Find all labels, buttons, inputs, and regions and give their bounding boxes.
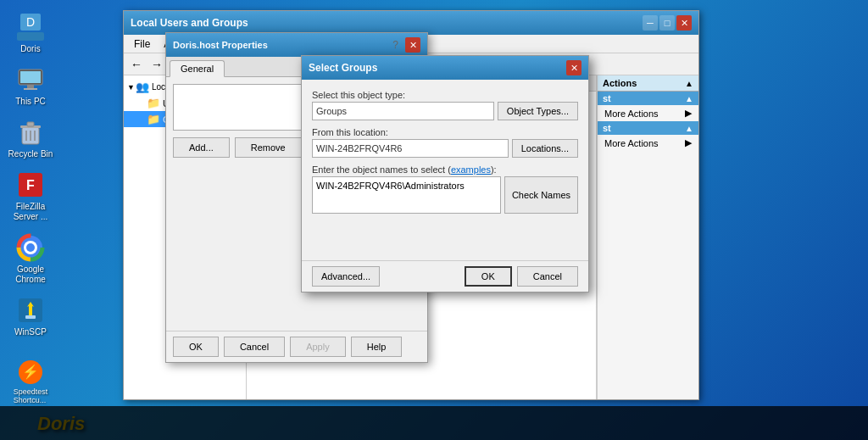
speedtest-icon: ⚡	[15, 357, 46, 387]
props-help-btn[interactable]: Help	[351, 337, 403, 357]
actions-section-2: st ▲	[598, 121, 698, 135]
this-pc-icon-label: This PC	[15, 97, 46, 107]
toolbar-forward-btn[interactable]: →	[147, 56, 166, 73]
select-location-input[interactable]	[312, 139, 509, 158]
actions-section-1-arrow[interactable]: ▲	[685, 94, 693, 103]
doris-icon: D	[15, 12, 46, 42]
select-location-input-row: Locations...	[312, 139, 578, 158]
select-ok-btn[interactable]: OK	[465, 266, 512, 287]
select-object-type-label: Select this object type:	[312, 90, 578, 100]
select-object-type-input-row: Object Types...	[312, 102, 578, 120]
select-dialog-footer: Advanced... OK Cancel	[302, 260, 588, 292]
actions-section-2-label: st	[603, 123, 611, 133]
recycle-bin-icon-label: Recycle Bin	[8, 149, 53, 159]
select-locations-btn[interactable]: Locations...	[512, 139, 578, 158]
props-titlebar: Doris.host Properties ? ✕	[166, 33, 427, 57]
desktop-icon-filezilla[interactable]: F FileZilla Server ...	[3, 166, 58, 226]
actions-header-label: Actions	[603, 78, 637, 88]
menu-file[interactable]: File	[127, 36, 157, 52]
action-more-2[interactable]: More Actions ▶	[598, 135, 698, 151]
actions-pane: Actions ▲ st ▲ More Actions ▶ st ▲ More …	[597, 75, 698, 399]
tree-expand-root[interactable]: ▼	[127, 83, 135, 92]
svg-rect-6	[24, 88, 37, 90]
chrome-icon-label: Google Chrome	[7, 265, 54, 285]
desktop-icons-container: D Doris This PC	[0, 0, 61, 349]
actions-section-1: st ▲	[598, 92, 698, 105]
select-names-examples-link[interactable]: examples	[451, 164, 491, 175]
select-footer-ok-cancel: OK Cancel	[465, 266, 578, 287]
filezilla-icon-label: FileZilla Server ...	[7, 202, 54, 222]
select-location-label: From this location:	[312, 127, 578, 137]
taskbar	[0, 406, 868, 440]
mmc-window-controls: ─ □ ✕	[643, 15, 692, 31]
select-location-row: From this location: Locations...	[312, 127, 578, 158]
svg-rect-23	[25, 315, 36, 319]
actions-section-2-arrow[interactable]: ▲	[685, 124, 693, 133]
desktop-icon-recycle-bin[interactable]: Recycle Bin	[3, 114, 58, 163]
svg-text:F: F	[26, 178, 35, 192]
props-tab-general[interactable]: General	[170, 60, 225, 77]
mmc-maximize-btn[interactable]: □	[659, 15, 675, 31]
svg-rect-9	[27, 122, 34, 126]
select-names-textarea[interactable]: WIN-24B2FRQV4R6\Administrators	[312, 176, 501, 214]
svg-rect-22	[29, 305, 32, 315]
desktop-icon-this-pc[interactable]: This PC	[3, 61, 58, 110]
select-cancel-btn[interactable]: Cancel	[517, 266, 578, 287]
select-object-type-input[interactable]	[312, 102, 494, 120]
actions-header: Actions ▲	[598, 75, 698, 92]
tree-expand-groups	[137, 115, 146, 124]
select-check-names-btn[interactable]: Check Names	[504, 176, 578, 214]
winscp-icon-label: WinSCP	[14, 327, 47, 337]
props-ok-btn[interactable]: OK	[173, 337, 219, 357]
svg-text:D: D	[26, 15, 35, 29]
props-cancel-btn[interactable]: Cancel	[224, 337, 285, 357]
select-dialog-close-btn[interactable]: ✕	[566, 60, 581, 75]
this-pc-icon	[15, 64, 46, 95]
recycle-bin-icon	[15, 117, 46, 148]
svg-rect-5	[27, 85, 34, 88]
desktop-icon-doris[interactable]: D Doris	[3, 8, 58, 58]
svg-rect-4	[20, 71, 41, 83]
props-footer-btns: OK Cancel Apply Help	[173, 337, 402, 357]
action-more-1[interactable]: More Actions ▶	[598, 105, 698, 121]
select-dialog-title: Select Groups	[309, 62, 377, 74]
actions-collapse-icon[interactable]: ▲	[685, 79, 693, 88]
mmc-minimize-btn[interactable]: ─	[643, 15, 658, 31]
select-dialog-body: Select this object type: Object Types...…	[302, 80, 588, 260]
select-names-label-end: ):	[491, 164, 497, 175]
desktop-icon-winscp[interactable]: WinSCP	[3, 292, 58, 341]
actions-section-1-label: st	[603, 93, 611, 103]
props-help-icon[interactable]: ?	[392, 39, 398, 51]
chrome-icon	[15, 232, 46, 263]
select-dialog-titlebar: Select Groups ✕	[302, 56, 588, 80]
mmc-titlebar: Local Users and Groups ─ □ ✕	[124, 11, 698, 35]
select-names-label-row: Enter the object names to select (exampl…	[312, 164, 578, 175]
winscp-icon	[15, 295, 46, 326]
tree-expand-users	[137, 99, 146, 108]
speedtest-icon-label: SpeedtestShortcu...	[14, 387, 48, 404]
props-remove-btn[interactable]: Remove	[235, 137, 302, 158]
props-apply-btn[interactable]: Apply	[290, 337, 346, 357]
select-advanced-btn[interactable]: Advanced...	[312, 266, 380, 287]
props-close-btn[interactable]: ✕	[405, 37, 420, 53]
select-object-type-row: Select this object type: Object Types...	[312, 90, 578, 120]
svg-text:⚡: ⚡	[22, 364, 39, 380]
mmc-close-btn[interactable]: ✕	[676, 15, 692, 31]
mmc-title: Local Users and Groups	[131, 17, 248, 29]
props-add-btn[interactable]: Add...	[173, 137, 230, 158]
tree-root-icon: 👥	[136, 81, 149, 93]
doris-icon-label: Doris	[20, 44, 40, 54]
select-object-types-btn[interactable]: Object Types...	[498, 102, 578, 120]
desktop-icon-chrome[interactable]: Google Chrome	[3, 229, 58, 288]
toolbar-back-btn[interactable]: ←	[127, 56, 146, 73]
filezilla-icon: F	[15, 170, 46, 200]
select-names-input-row: WIN-24B2FRQV4R6\Administrators Check Nam…	[312, 176, 578, 214]
action-more-2-label: More Actions	[604, 138, 659, 148]
action-more-1-label: More Actions	[604, 109, 659, 119]
select-names-label-text: Enter the object names to select (	[312, 164, 451, 175]
tree-groups-icon: 📁	[147, 113, 160, 125]
desktop-icon-speedtest[interactable]: ⚡ SpeedtestShortcu...	[3, 357, 58, 404]
action-more-2-arrow: ▶	[685, 137, 692, 148]
tree-users-icon: 📁	[147, 97, 160, 109]
svg-rect-2	[17, 32, 44, 41]
